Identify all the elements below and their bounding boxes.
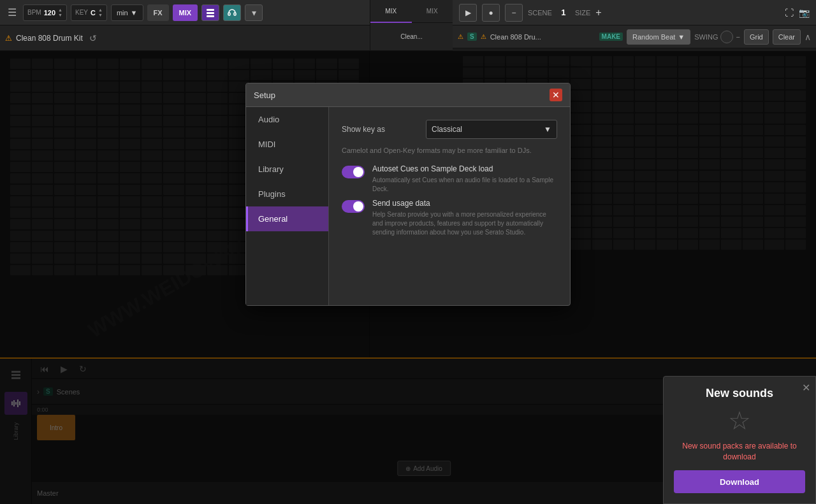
collapse-icon[interactable]: ∧ xyxy=(805,32,811,42)
bpm-label: BPM xyxy=(27,9,41,16)
nav-library[interactable]: Library xyxy=(246,157,328,182)
autoset-cues-row: Autoset Cues on Sample Deck load Automat… xyxy=(342,164,557,194)
bpm-control[interactable]: BPM 120 ▲ ▼ xyxy=(23,4,67,21)
key-up[interactable]: ▲ xyxy=(98,8,103,12)
send-usage-label: Send usage data xyxy=(372,199,557,208)
fx-button[interactable]: FX xyxy=(147,4,169,21)
svg-rect-3 xyxy=(228,13,230,15)
random-beat-button[interactable]: Random Beat ▼ xyxy=(627,29,690,45)
headphone-icon[interactable] xyxy=(223,4,241,21)
mix-button[interactable]: MIX xyxy=(173,4,198,21)
swing-section: SWING − xyxy=(694,31,740,43)
svg-rect-0 xyxy=(207,9,214,11)
modal-header: Setup ✕ xyxy=(246,83,570,107)
nav-audio[interactable]: Audio xyxy=(246,107,328,132)
swing-knob[interactable] xyxy=(720,31,733,43)
mix-tab-1[interactable]: MIX xyxy=(370,0,412,23)
grid-button[interactable]: Grid xyxy=(744,29,769,45)
mix-panel: MIX MIX Clean... xyxy=(370,0,453,51)
scale-arrow: ▼ xyxy=(131,9,138,17)
clear-button[interactable]: Clear xyxy=(773,29,801,45)
key-control[interactable]: KEY C ▲ ▼ xyxy=(71,4,107,21)
solo-button[interactable]: S xyxy=(467,32,477,41)
nav-midi[interactable]: MIDI xyxy=(246,132,328,157)
key-stepper[interactable]: ▲ ▼ xyxy=(98,8,103,17)
bpm-stepper[interactable]: ▲ ▼ xyxy=(58,8,62,17)
new-sounds-title: New sounds xyxy=(706,387,773,400)
modal-title: Setup xyxy=(254,90,275,100)
mix-content: Clean... xyxy=(370,23,453,50)
record-button[interactable]: ● xyxy=(482,4,500,22)
bpm-down[interactable]: ▼ xyxy=(58,13,62,17)
modal-close-button[interactable]: ✕ xyxy=(550,89,562,101)
random-arrow-icon: ▼ xyxy=(678,33,685,41)
play-button[interactable]: ▶ xyxy=(459,4,477,22)
track-bar: ⚠ S ⚠ Clean 808 Dru... MAKE Random Beat … xyxy=(453,25,816,48)
show-key-hint: Camelot and Open-Key formats may be more… xyxy=(342,147,557,154)
modal-content-area: Show key as Classical ▼ Camelot and Open… xyxy=(329,107,570,305)
new-sounds-star-icon: ☆ xyxy=(728,408,751,433)
download-button[interactable]: Download xyxy=(674,470,805,493)
prev-button[interactable]: − xyxy=(505,4,523,22)
deck-icon[interactable] xyxy=(201,4,219,21)
mix-track-name: Clean... xyxy=(400,33,422,40)
make-label: MAKE xyxy=(599,32,623,41)
scene-number: 1 xyxy=(557,8,570,17)
new-sounds-description: New sound packs are available to downloa… xyxy=(674,441,805,463)
scale-value: min xyxy=(117,9,128,17)
scene-label: SCENE xyxy=(528,9,552,17)
new-sounds-panel: ✕ New sounds ☆ New sound packs are avail… xyxy=(663,376,816,504)
send-usage-row: Send usage data Help Serato provide you … xyxy=(342,199,557,237)
autoset-cues-label: Autoset Cues on Sample Deck load xyxy=(372,164,557,173)
show-key-arrow-icon: ▼ xyxy=(544,125,551,134)
swing-minus-icon: − xyxy=(736,33,740,41)
bpm-value: 120 xyxy=(44,9,55,17)
track-name: Clean 808 Drum Kit xyxy=(16,34,83,43)
send-usage-info: Send usage data Help Serato provide you … xyxy=(372,199,557,237)
mix-tabs: MIX MIX xyxy=(370,0,453,23)
dropdown-arrow-icon[interactable]: ▾ xyxy=(245,4,263,21)
menu-icon[interactable]: ☰ xyxy=(5,4,19,21)
modal-nav: Audio MIDI Library Plugins General xyxy=(246,107,329,305)
new-sounds-close-button[interactable]: ✕ xyxy=(802,382,810,394)
autoset-cues-info: Autoset Cues on Sample Deck load Automat… xyxy=(372,164,557,194)
svg-rect-4 xyxy=(234,13,236,15)
show-key-label: Show key as xyxy=(342,125,418,134)
bpm-up[interactable]: ▲ xyxy=(58,8,62,12)
send-usage-desc: Help Serato provide you with a more pers… xyxy=(372,210,557,237)
show-key-value: Classical xyxy=(432,125,462,134)
svg-rect-1 xyxy=(207,12,214,14)
track-bar-name: Clean 808 Dru... xyxy=(490,33,595,41)
show-key-select[interactable]: Classical ▼ xyxy=(426,120,557,139)
setup-modal: Setup ✕ Audio MIDI Library Plugins Gener… xyxy=(245,83,571,306)
nav-plugins[interactable]: Plugins xyxy=(246,182,328,206)
key-value: C xyxy=(91,9,96,17)
track-bar-warning2-icon: ⚠ xyxy=(481,33,486,40)
scene-bar: ▶ ● − SCENE 1 SIZE + ⛶ 📷 xyxy=(453,0,816,25)
key-label: KEY xyxy=(75,9,88,16)
track-warning-icon: ⚠ xyxy=(5,34,12,43)
random-beat-label: Random Beat xyxy=(632,33,675,41)
modal-body: Audio MIDI Library Plugins General Show … xyxy=(246,107,570,305)
send-usage-toggle[interactable] xyxy=(342,200,365,213)
autoset-cues-toggle[interactable] xyxy=(342,166,365,178)
camera-icon[interactable]: 📷 xyxy=(799,8,810,18)
key-down[interactable]: ▼ xyxy=(98,13,103,17)
swing-label: SWING xyxy=(694,33,718,41)
show-key-row: Show key as Classical ▼ xyxy=(342,120,557,139)
size-label: SIZE xyxy=(575,9,590,17)
nav-general[interactable]: General xyxy=(246,206,328,231)
track-bar-warning-icon: ⚠ xyxy=(458,33,463,40)
scene-add-icon[interactable]: + xyxy=(595,7,601,18)
mix-tab-2[interactable]: MIX xyxy=(412,0,453,23)
scale-dropdown[interactable]: min ▼ xyxy=(111,4,143,21)
refresh-icon[interactable]: ↺ xyxy=(89,33,97,43)
expand-icon[interactable]: ⛶ xyxy=(785,8,794,18)
svg-rect-2 xyxy=(207,15,214,17)
autoset-cues-desc: Automatically set Cues when an audio fil… xyxy=(372,176,557,194)
